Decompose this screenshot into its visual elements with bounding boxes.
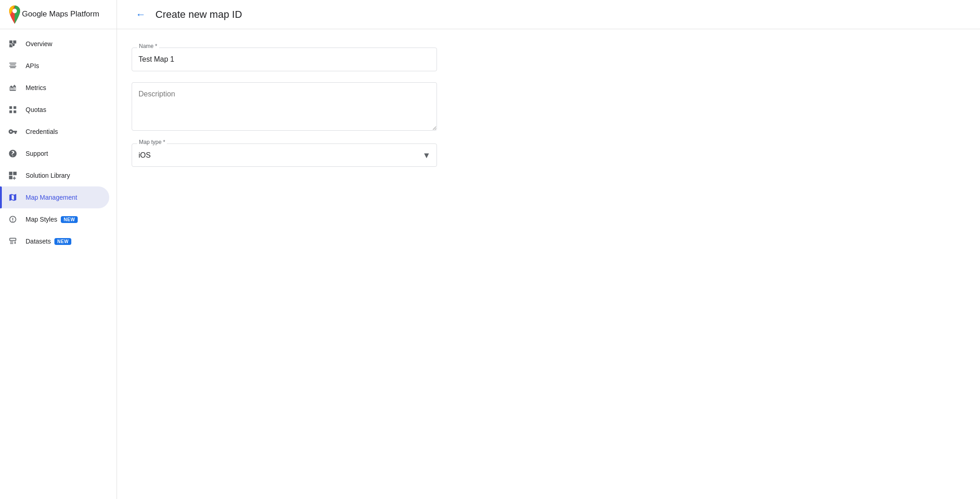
map-type-select-wrapper: JavaScript Android iOS ▼: [132, 143, 437, 167]
sidebar-header: Google Maps Platform: [0, 0, 117, 29]
map-type-label: Map type *: [137, 139, 167, 145]
sidebar-item-credentials[interactable]: Credentials: [0, 121, 109, 143]
sidebar-item-overview[interactable]: Overview: [0, 33, 109, 55]
quotas-label: Quotas: [26, 106, 46, 113]
google-maps-logo-icon: [7, 5, 22, 24]
svg-rect-2: [14, 106, 16, 109]
description-input[interactable]: [132, 82, 437, 131]
sidebar-item-support[interactable]: Support: [0, 143, 109, 165]
svg-rect-4: [14, 111, 16, 113]
sidebar-item-quotas[interactable]: Quotas: [0, 99, 109, 121]
page-title: Create new map ID: [155, 9, 242, 21]
active-indicator: [0, 186, 2, 208]
map-type-field: Map type * JavaScript Android iOS ▼: [132, 143, 437, 167]
metrics-icon: [7, 82, 18, 93]
overview-label: Overview: [26, 40, 52, 48]
back-button[interactable]: ←: [132, 5, 150, 24]
name-label: Name *: [137, 43, 159, 49]
sidebar-item-solution-library[interactable]: Solution Library: [0, 165, 109, 186]
app-title: Google Maps Platform: [22, 10, 99, 19]
description-field: [132, 82, 437, 133]
form-area: Name * Map type * JavaScript Android iOS…: [117, 29, 528, 196]
sidebar-item-map-management[interactable]: Map Management: [0, 186, 109, 208]
main-content: ← Create new map ID Name * Map type * Ja…: [117, 0, 980, 499]
name-input[interactable]: [132, 48, 437, 71]
datasets-label: Datasets: [26, 238, 51, 245]
map-styles-label: Map Styles: [26, 216, 57, 223]
quotas-icon: [7, 104, 18, 115]
main-header: ← Create new map ID: [117, 0, 980, 29]
svg-point-0: [12, 9, 17, 13]
credentials-label: Credentials: [26, 128, 58, 135]
map-management-label: Map Management: [26, 194, 77, 201]
sidebar-item-map-styles[interactable]: Map Styles NEW: [0, 208, 109, 230]
name-field: Name *: [132, 48, 437, 71]
sidebar-nav: Overview APIs Metrics Quotas: [0, 29, 117, 499]
solution-library-icon: [7, 170, 18, 181]
sidebar-item-datasets[interactable]: Datasets NEW: [0, 230, 109, 252]
sidebar: Google Maps Platform Overview APIs Metri…: [0, 0, 117, 499]
apis-label: APIs: [26, 62, 39, 69]
svg-rect-1: [10, 106, 12, 109]
overview-icon: [7, 38, 18, 49]
support-icon: [7, 148, 18, 159]
support-label: Support: [26, 150, 48, 157]
datasets-badge: NEW: [54, 238, 71, 245]
back-arrow-icon: ←: [136, 9, 146, 21]
map-management-icon: [7, 192, 18, 203]
map-type-select[interactable]: JavaScript Android iOS: [132, 143, 437, 167]
map-styles-badge: NEW: [61, 216, 78, 223]
sidebar-item-metrics[interactable]: Metrics: [0, 77, 109, 99]
datasets-icon: [7, 236, 18, 247]
solution-library-label: Solution Library: [26, 172, 70, 179]
apis-icon: [7, 60, 18, 71]
sidebar-item-apis[interactable]: APIs: [0, 55, 109, 77]
svg-rect-3: [10, 111, 12, 113]
metrics-label: Metrics: [26, 84, 46, 91]
credentials-icon: [7, 126, 18, 137]
map-styles-icon: [7, 214, 18, 225]
